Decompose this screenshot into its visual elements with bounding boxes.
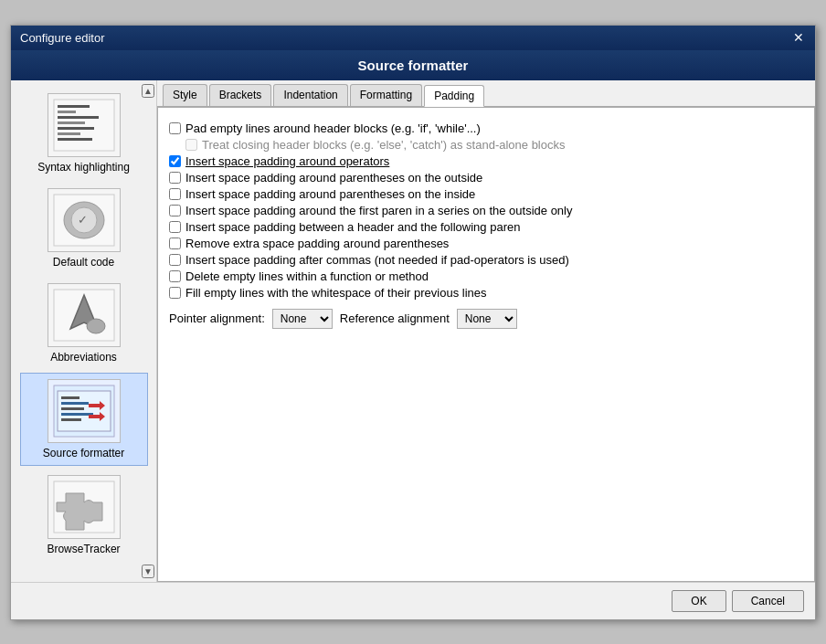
- tab-content-padding: Pad empty lines around header blocks (e.…: [157, 107, 815, 582]
- pointer-reference-row: Pointer alignment: None Left Right Middl…: [169, 309, 803, 329]
- svg-rect-7: [58, 138, 92, 141]
- syntax-highlighting-icon: [48, 93, 121, 157]
- abbreviations-icon: [48, 283, 121, 347]
- ok-button[interactable]: OK: [672, 590, 725, 612]
- sidebar-item-source-formatter[interactable]: Source formatter: [20, 373, 148, 466]
- dialog-header: Source formatter: [11, 50, 815, 80]
- sidebar-item-browse-tracker-label: BrowseTracker: [47, 543, 120, 555]
- reference-alignment-label: Reference alignment: [340, 311, 450, 325]
- label-insert-space-first-paren: Insert space padding around the first pa…: [185, 204, 573, 217]
- checkbox-row-treat-closing: Treat closing header blocks (e.g. 'else'…: [185, 138, 803, 152]
- sidebar-item-source-formatter-label: Source formatter: [43, 447, 124, 459]
- svg-rect-3: [58, 116, 99, 119]
- svg-point-13: [87, 319, 105, 333]
- checkbox-fill-empty-lines[interactable]: [169, 287, 181, 299]
- reference-alignment-select[interactable]: None Left Right Middle: [457, 309, 517, 329]
- sidebar-item-abbreviations-label: Abbreviations: [50, 351, 117, 364]
- default-code-icon: ✓: [48, 188, 121, 252]
- svg-rect-20: [61, 418, 81, 421]
- sidebar-scroll-up[interactable]: ▲: [142, 84, 154, 98]
- checkbox-remove-extra-space[interactable]: [169, 238, 181, 249]
- bottom-bar: OK Cancel: [11, 582, 815, 619]
- checkbox-pad-empty-lines[interactable]: [169, 122, 181, 134]
- label-pad-empty-lines: Pad empty lines around header blocks (e.…: [185, 121, 481, 135]
- sidebar: ▲ Syntax highlighting: [11, 80, 157, 582]
- checkbox-row-remove-extra-space: Remove extra space padding around parent…: [169, 237, 803, 250]
- svg-rect-4: [58, 121, 85, 124]
- pointer-alignment-label: Pointer alignment:: [169, 311, 265, 325]
- checkbox-insert-space-after-commas[interactable]: [169, 254, 181, 266]
- checkbox-row-insert-space-after-commas: Insert space padding after commas (not n…: [169, 253, 803, 267]
- svg-rect-17: [61, 402, 89, 405]
- sidebar-item-browse-tracker[interactable]: BrowseTracker: [20, 470, 148, 561]
- checkbox-row-insert-space-operators: Insert space padding around operators: [169, 154, 803, 168]
- close-button[interactable]: ✕: [791, 31, 806, 44]
- svg-rect-18: [61, 407, 84, 410]
- checkbox-insert-space-parens-outside[interactable]: [169, 172, 181, 184]
- label-remove-extra-space: Remove extra space padding around parent…: [185, 237, 449, 250]
- checkbox-insert-space-first-paren[interactable]: [169, 205, 181, 216]
- tab-padding[interactable]: Padding: [424, 85, 484, 107]
- cancel-button[interactable]: Cancel: [732, 590, 804, 612]
- pointer-alignment-select[interactable]: None Left Right Middle: [272, 309, 333, 329]
- svg-rect-2: [58, 111, 76, 113]
- label-insert-space-after-commas: Insert space padding after commas (not n…: [185, 253, 569, 267]
- label-treat-closing: Treat closing header blocks (e.g. 'else'…: [202, 138, 565, 152]
- tab-indentation[interactable]: Indentation: [273, 84, 347, 106]
- main-panel: Style Brackets Indentation Formatting Pa…: [157, 80, 815, 582]
- checkbox-insert-space-operators[interactable]: [169, 155, 181, 167]
- sidebar-scroll-down[interactable]: ▼: [142, 565, 154, 578]
- checkbox-row-fill-empty-lines: Fill empty lines with the whitespace of …: [169, 286, 803, 300]
- svg-text:✓: ✓: [78, 213, 88, 227]
- dialog-title: Configure editor: [20, 31, 105, 45]
- checkbox-row-delete-empty-lines: Delete empty lines within a function or …: [169, 269, 803, 283]
- checkbox-insert-space-parens-inside[interactable]: [169, 188, 181, 200]
- tab-formatting[interactable]: Formatting: [350, 84, 422, 106]
- checkbox-treat-closing[interactable]: [185, 139, 197, 151]
- svg-rect-16: [61, 396, 79, 399]
- label-delete-empty-lines: Delete empty lines within a function or …: [185, 269, 429, 283]
- sidebar-item-default-code[interactable]: ✓ Default code: [20, 183, 148, 274]
- sidebar-item-syntax-highlighting[interactable]: Syntax highlighting: [20, 88, 148, 179]
- sidebar-item-default-code-label: Default code: [53, 256, 114, 269]
- checkbox-insert-space-between-header[interactable]: [169, 221, 181, 233]
- browse-tracker-icon: [48, 475, 121, 539]
- checkbox-row-insert-space-parens-outside: Insert space padding around parentheses …: [169, 171, 803, 185]
- label-fill-empty-lines: Fill empty lines with the whitespace of …: [185, 286, 486, 300]
- sidebar-item-abbreviations[interactable]: Abbreviations: [20, 278, 148, 369]
- label-insert-space-parens-outside: Insert space padding around parentheses …: [185, 171, 482, 185]
- svg-rect-5: [58, 127, 94, 130]
- checkbox-delete-empty-lines[interactable]: [169, 270, 181, 282]
- tab-brackets[interactable]: Brackets: [209, 84, 272, 106]
- tabs: Style Brackets Indentation Formatting Pa…: [157, 80, 815, 107]
- label-insert-space-parens-inside: Insert space padding around parentheses …: [185, 187, 475, 201]
- label-insert-space-operators: Insert space padding around operators: [185, 154, 389, 168]
- title-bar: Configure editor ✕: [11, 26, 815, 50]
- checkbox-row-insert-space-parens-inside: Insert space padding around parentheses …: [169, 187, 803, 201]
- source-formatter-icon: [48, 379, 121, 443]
- checkbox-row-insert-space-between-header: Insert space padding between a header an…: [169, 220, 803, 234]
- sidebar-item-syntax-highlighting-label: Syntax highlighting: [37, 161, 130, 174]
- svg-rect-6: [58, 132, 80, 135]
- svg-rect-19: [61, 413, 93, 416]
- svg-rect-1: [58, 105, 90, 108]
- checkbox-row-pad-empty-lines: Pad empty lines around header blocks (e.…: [169, 121, 803, 135]
- tab-style[interactable]: Style: [163, 84, 207, 106]
- label-insert-space-between-header: Insert space padding between a header an…: [185, 220, 520, 234]
- checkbox-row-insert-space-first-paren: Insert space padding around the first pa…: [169, 204, 803, 217]
